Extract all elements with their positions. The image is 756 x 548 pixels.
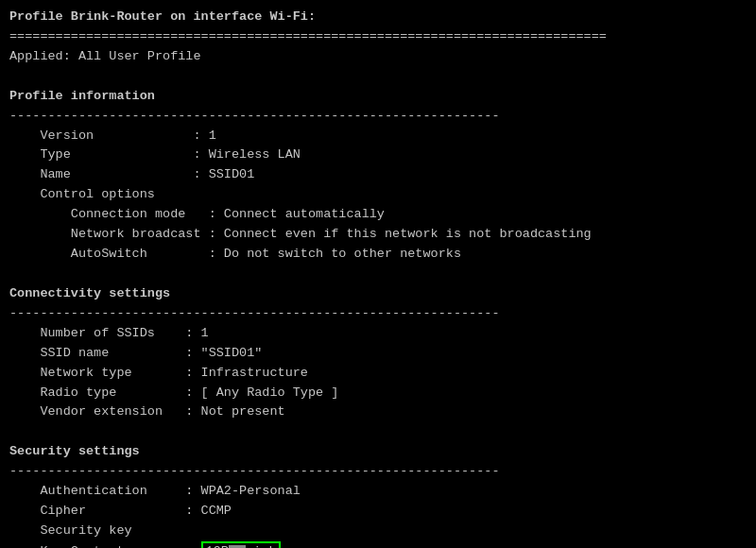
field-control-options: Control options <box>9 185 747 205</box>
field-vendor-ext: Vendor extension : Not present <box>9 402 747 422</box>
field-ssid-name: SSID name : "SSID01" <box>9 344 747 364</box>
field-connection-mode: Connection mode : Connect automatically <box>9 205 747 225</box>
field-name: Name : SSID01 <box>9 165 747 185</box>
field-radio-type: Radio type : [ Any Radio Type ] <box>9 384 747 403</box>
terminal-window: Profile Brink-Router on interface Wi-Fi:… <box>9 8 747 548</box>
field-version: Version : 1 <box>9 127 747 146</box>
key-content-highlight: 19R ink <box>201 541 282 548</box>
field-num-ssids: Number of SSIDs : 1 <box>9 324 747 344</box>
field-security-key: Security key <box>9 522 747 541</box>
separator: ========================================… <box>9 27 747 47</box>
field-autoswitch: AutoSwitch : Do not switch to other netw… <box>9 245 747 265</box>
section-profile-header: Profile information <box>9 87 747 107</box>
section-connectivity-header: Connectivity settings <box>9 284 747 304</box>
field-cipher: Cipher : CCMP <box>9 502 747 522</box>
section-connectivity-divider: ----------------------------------------… <box>9 304 747 324</box>
field-key-content: Key Content : 19R ink <box>9 541 747 548</box>
applied-line: Applied: All User Profile <box>9 47 747 67</box>
key-content-suffix: ink <box>253 544 276 548</box>
section-profile-divider: ----------------------------------------… <box>9 107 747 127</box>
field-type: Type : Wireless LAN <box>9 146 747 165</box>
section-security-header: Security settings <box>9 442 747 462</box>
key-content-text: 19R <box>206 544 229 548</box>
field-network-broadcast: Network broadcast : Connect even if this… <box>9 225 747 245</box>
section-security-divider: ----------------------------------------… <box>9 462 747 482</box>
field-network-type: Network type : Infrastructure <box>9 364 747 384</box>
title-line: Profile Brink-Router on interface Wi-Fi: <box>9 8 747 27</box>
field-authentication: Authentication : WPA2-Personal <box>9 482 747 502</box>
